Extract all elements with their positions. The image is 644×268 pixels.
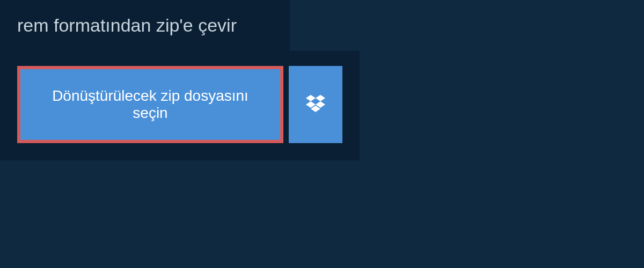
dropbox-button[interactable] bbox=[289, 66, 342, 143]
content-panel: Dönüştürülecek zip dosyasını seçin bbox=[0, 51, 360, 160]
select-file-button[interactable]: Dönüştürülecek zip dosyasını seçin bbox=[17, 66, 283, 143]
page-title: rem formatından zip'e çevir bbox=[17, 15, 273, 36]
header-tab: rem formatından zip'e çevir bbox=[0, 0, 290, 51]
dropbox-icon bbox=[306, 95, 325, 114]
